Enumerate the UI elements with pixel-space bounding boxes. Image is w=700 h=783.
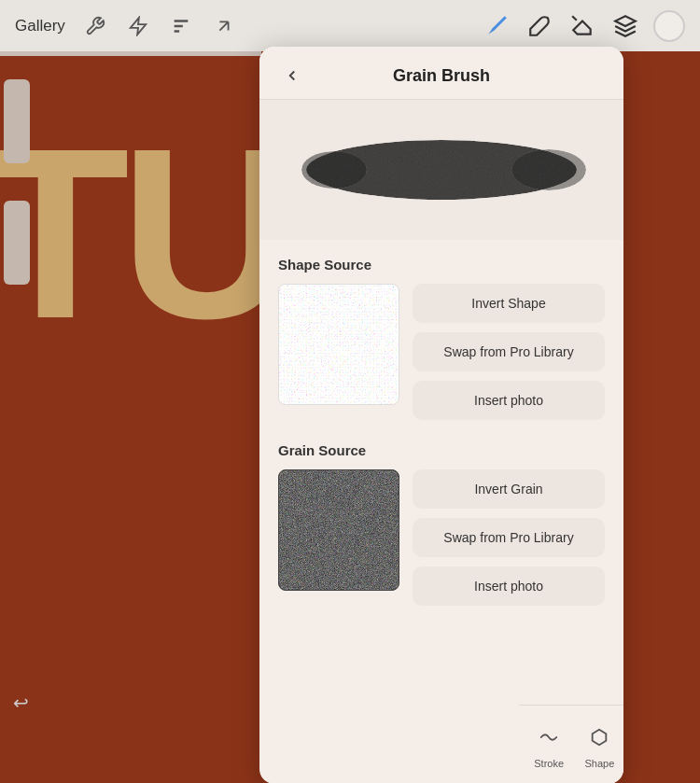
shape-source-title: Shape Source	[278, 257, 605, 273]
panel-title: Grain Brush	[306, 66, 577, 86]
svg-point-6	[511, 149, 586, 190]
insert-photo-grain-button[interactable]: Insert photo	[413, 566, 605, 606]
panel-header: Grain Brush	[259, 47, 623, 100]
undo-button[interactable]: ↩	[6, 688, 35, 718]
tab-bar: Stroke Shape Grain	[519, 705, 623, 783]
color-swatch[interactable]	[653, 10, 685, 42]
shape-thumbnail[interactable]	[278, 284, 399, 405]
toolbar-left: Gallery	[15, 13, 237, 39]
side-panel	[0, 51, 33, 518]
shape-source-content: Invert Shape Swap from Pro Library Inser…	[278, 284, 605, 420]
grain-buttons: Invert Grain Swap from Pro Library Inser…	[413, 469, 605, 606]
layers-icon[interactable]	[610, 11, 640, 41]
swap-grain-button[interactable]: Swap from Pro Library	[413, 518, 605, 557]
stylize-icon[interactable]	[168, 13, 194, 39]
tab-stroke[interactable]: Stroke	[525, 720, 572, 769]
shape-source-section: Shape Source Invert Shape Swap from Pro …	[278, 257, 605, 420]
swap-shape-button[interactable]: Swap from Pro Library	[413, 332, 605, 371]
insert-photo-shape-button[interactable]: Insert photo	[413, 381, 605, 420]
grain-thumbnail[interactable]	[278, 469, 399, 591]
svg-marker-0	[131, 17, 147, 34]
gallery-button[interactable]: Gallery	[15, 17, 65, 35]
wrench-icon[interactable]	[82, 13, 108, 39]
lightning-icon[interactable]	[125, 13, 151, 39]
svg-marker-1	[615, 16, 636, 26]
svg-point-5	[301, 151, 367, 189]
invert-grain-button[interactable]: Invert Grain	[413, 469, 605, 509]
canvas-text: TU	[0, 112, 287, 355]
svg-marker-7	[593, 730, 607, 746]
grain-source-section: Grain Source Invert Grain Swap from Pro …	[278, 442, 605, 606]
stroke-tab-icon	[532, 720, 566, 754]
stroke-tab-label: Stroke	[534, 758, 564, 769]
back-button[interactable]	[278, 62, 306, 90]
eraser-tool-icon[interactable]	[567, 11, 597, 41]
grain-source-content: Invert Grain Swap from Pro Library Inser…	[278, 469, 605, 606]
panel-content: Shape Source Invert Shape Swap from Pro …	[259, 240, 623, 753]
tab-shape[interactable]: Shape	[576, 720, 623, 769]
size-slider[interactable]	[4, 79, 30, 163]
invert-shape-button[interactable]: Invert Shape	[413, 284, 605, 323]
grain-source-title: Grain Source	[278, 442, 605, 458]
shape-tab-label: Shape	[585, 758, 615, 769]
shape-tab-icon	[582, 720, 616, 754]
top-toolbar: Gallery	[0, 0, 700, 51]
toolbar-right	[482, 10, 685, 42]
arrow-icon[interactable]	[211, 13, 237, 39]
grain-thumbnail-image	[279, 470, 399, 591]
pen-tool-icon[interactable]	[482, 11, 511, 41]
opacity-slider[interactable]	[4, 201, 30, 285]
shape-buttons: Invert Shape Swap from Pro Library Inser…	[413, 284, 605, 420]
brush-settings-panel: Grain Brush	[259, 47, 623, 783]
brush-preview	[259, 100, 623, 240]
brush-tool-icon[interactable]	[525, 11, 554, 41]
shape-thumbnail-image	[279, 285, 399, 405]
